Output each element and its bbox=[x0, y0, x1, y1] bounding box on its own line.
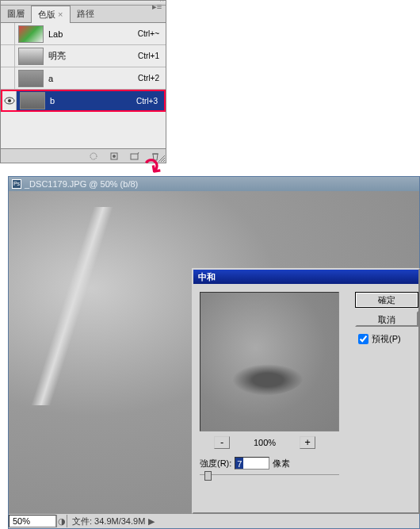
tab-layers[interactable]: 圖層 bbox=[1, 6, 31, 22]
svg-rect-5 bbox=[131, 154, 138, 159]
panel-tabs: 圖層 色版 × 路徑 bbox=[1, 6, 166, 23]
channel-row-lab[interactable]: Lab Ctrl+~ bbox=[1, 23, 166, 45]
channels-panel: × ▸≡ 圖層 色版 × 路徑 Lab Ctrl+~ 明亮 Ctrl+1 a C… bbox=[0, 0, 166, 163]
channel-shortcut: Ctrl+2 bbox=[138, 74, 166, 82]
slider-thumb[interactable] bbox=[204, 471, 212, 481]
tab-channels-label: 色版 bbox=[38, 10, 55, 19]
channel-row-a[interactable]: a Ctrl+2 bbox=[1, 67, 166, 90]
channel-row-lightness[interactable]: 明亮 Ctrl+1 bbox=[1, 45, 166, 67]
radius-input[interactable]: 7 bbox=[235, 457, 269, 470]
visibility-toggle[interactable] bbox=[2, 91, 17, 110]
save-selection-icon[interactable] bbox=[109, 151, 120, 162]
preview-image bbox=[200, 293, 338, 431]
visibility-toggle[interactable] bbox=[1, 67, 15, 89]
status-menu-icon[interactable]: ▶ bbox=[148, 516, 155, 527]
status-text: 文件: 34.9M/34.9M bbox=[67, 516, 145, 527]
eye-icon bbox=[4, 97, 15, 105]
preview-box[interactable] bbox=[200, 292, 339, 431]
preview-checkbox[interactable] bbox=[358, 334, 368, 344]
dialog-buttons: 確定 取消 預視(P) bbox=[355, 292, 418, 345]
document-titlebar[interactable]: Ps _DSC1179.JPG @ 50% (b/8) bbox=[9, 177, 419, 191]
tab-close-icon[interactable]: × bbox=[58, 10, 63, 19]
channel-shortcut: Ctrl+1 bbox=[138, 52, 166, 60]
channel-name: b bbox=[48, 96, 136, 105]
channel-thumb[interactable] bbox=[20, 92, 45, 109]
preview-checkbox-label: 預視(P) bbox=[372, 333, 401, 345]
radius-slider[interactable] bbox=[200, 474, 339, 485]
median-dialog: 中和 - 100% + 強度(R): 7 像素 確定 取消 預視(P) bbox=[192, 268, 420, 514]
preview-checkbox-row[interactable]: 預視(P) bbox=[355, 333, 418, 345]
channel-thumb[interactable] bbox=[18, 48, 44, 65]
tab-paths[interactable]: 路徑 bbox=[71, 6, 101, 22]
status-bar: 50% ◑ 文件: 34.9M/34.9M ▶ bbox=[9, 514, 419, 528]
visibility-toggle[interactable] bbox=[1, 23, 15, 44]
visibility-toggle[interactable] bbox=[1, 45, 15, 67]
zoom-in-button[interactable]: + bbox=[300, 436, 315, 449]
load-selection-icon[interactable] bbox=[88, 151, 99, 162]
channel-name: Lab bbox=[47, 29, 138, 39]
status-toggle-icon[interactable]: ◑ bbox=[56, 515, 67, 527]
channel-name: a bbox=[47, 74, 138, 83]
channel-shortcut: Ctrl+~ bbox=[138, 29, 166, 38]
zoom-input[interactable]: 50% bbox=[9, 515, 56, 527]
cancel-button[interactable]: 取消 bbox=[355, 311, 418, 327]
radius-label: 強度(R): bbox=[200, 458, 231, 470]
new-channel-icon[interactable] bbox=[129, 151, 140, 162]
dialog-titlebar[interactable]: 中和 bbox=[193, 270, 418, 284]
document-title: _DSC1179.JPG @ 50% (b/8) bbox=[25, 179, 138, 189]
svg-point-2 bbox=[90, 153, 97, 159]
zoom-out-button[interactable]: - bbox=[214, 436, 230, 449]
radius-value: 7 bbox=[235, 458, 243, 469]
app-icon: Ps bbox=[12, 179, 21, 189]
zoom-percent: 100% bbox=[241, 438, 288, 447]
channel-row-b[interactable]: b Ctrl+3 bbox=[1, 90, 166, 112]
zoom-controls: - 100% + bbox=[200, 436, 412, 449]
panel-footer bbox=[1, 148, 166, 163]
radius-row: 強度(R): 7 像素 bbox=[200, 457, 412, 470]
svg-point-1 bbox=[8, 99, 11, 102]
ok-button[interactable]: 確定 bbox=[355, 292, 418, 308]
channel-shortcut: Ctrl+3 bbox=[136, 97, 164, 105]
tab-channels[interactable]: 色版 × bbox=[31, 6, 71, 23]
panel-menu-icon[interactable]: ▸≡ bbox=[150, 2, 164, 11]
radius-unit: 像素 bbox=[273, 458, 290, 470]
channel-name: 明亮 bbox=[47, 50, 138, 62]
channel-list: Lab Ctrl+~ 明亮 Ctrl+1 a Ctrl+2 b Ctr bbox=[1, 23, 166, 148]
dialog-body: - 100% + 強度(R): 7 像素 確定 取消 預視(P) bbox=[193, 284, 418, 512]
svg-point-4 bbox=[113, 155, 116, 158]
channel-thumb[interactable] bbox=[18, 70, 44, 87]
channel-thumb[interactable] bbox=[18, 25, 44, 43]
channel-list-empty bbox=[1, 112, 166, 148]
